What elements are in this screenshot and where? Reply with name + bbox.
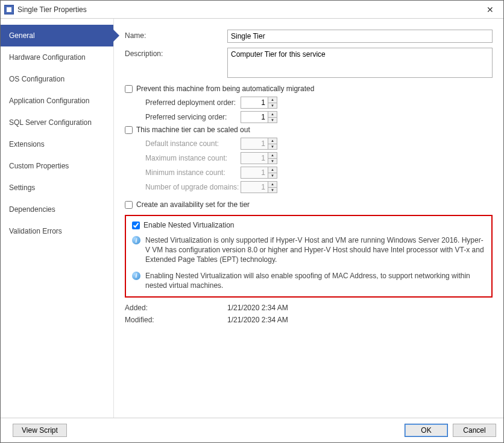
max-instance-label: Maximum instance count: bbox=[145, 154, 241, 162]
prevent-migrate-label: Prevent this machine from being automati… bbox=[136, 84, 314, 93]
min-instance-label: Minimum instance count: bbox=[145, 168, 241, 177]
sidebar-item-label: Hardware Configuration bbox=[9, 53, 86, 62]
preferred-service-label: Preferred servicing order: bbox=[145, 113, 241, 121]
nested-virtualization-highlight: Enable Nested Virtualization i Nested Vi… bbox=[125, 215, 493, 298]
sidebar-item-label: Custom Properties bbox=[9, 162, 69, 170]
spin-up-icon[interactable]: ▲ bbox=[268, 97, 277, 103]
close-button[interactable]: ✕ bbox=[476, 1, 503, 19]
spin-down-icon: ▼ bbox=[268, 159, 277, 164]
upgrade-domains-input bbox=[241, 182, 268, 193]
availability-set-label: Create an availability set for the tier bbox=[136, 200, 250, 209]
sidebar-item-validation-errors[interactable]: Validation Errors bbox=[1, 220, 113, 242]
preferred-service-input[interactable] bbox=[241, 112, 268, 123]
preferred-deploy-input[interactable] bbox=[241, 97, 268, 108]
min-instance-input bbox=[241, 167, 268, 178]
main-panel: Name: Description: Prevent this machine … bbox=[114, 19, 503, 418]
nested-info-1: Nested Virtualization is only supported … bbox=[145, 235, 485, 265]
spin-down-icon: ▼ bbox=[268, 173, 277, 179]
sidebar-item-application-configuration[interactable]: Application Configuration bbox=[1, 90, 113, 112]
sidebar-item-label: SQL Server Configuration bbox=[9, 118, 92, 127]
enable-nested-label: Enable Nested Virtualization bbox=[143, 221, 235, 229]
view-script-button[interactable]: View Script bbox=[13, 424, 67, 437]
modified-value: 1/21/2020 2:34 AM bbox=[227, 316, 288, 324]
name-label: Name: bbox=[125, 30, 227, 40]
sidebar-item-sql-server-configuration[interactable]: SQL Server Configuration bbox=[1, 112, 113, 133]
preferred-deploy-stepper[interactable]: ▲▼ bbox=[241, 97, 277, 109]
spin-up-icon: ▲ bbox=[268, 182, 277, 188]
sidebar-item-label: Extensions bbox=[9, 140, 45, 148]
sidebar-item-label: General bbox=[9, 31, 35, 40]
properties-dialog: Single Tier Properties ✕ General Hardwar… bbox=[0, 0, 504, 443]
sidebar-item-label: OS Configuration bbox=[9, 75, 65, 83]
window-title: Single Tier Properties bbox=[17, 5, 87, 14]
added-label: Added: bbox=[125, 304, 227, 312]
sidebar-item-settings[interactable]: Settings bbox=[1, 177, 113, 199]
sidebar-item-dependencies[interactable]: Dependencies bbox=[1, 199, 113, 220]
prevent-migrate-checkbox[interactable] bbox=[125, 85, 133, 93]
nested-info-2: Enabling Nested Virtualization will also… bbox=[145, 271, 485, 290]
default-instance-stepper: ▲▼ bbox=[241, 138, 277, 150]
scale-out-checkbox[interactable] bbox=[125, 126, 133, 134]
sidebar-item-custom-properties[interactable]: Custom Properties bbox=[1, 155, 113, 177]
upgrade-domains-label: Number of upgrade domains: bbox=[145, 183, 241, 191]
sidebar-item-general[interactable]: General bbox=[1, 25, 113, 46]
modified-label: Modified: bbox=[125, 316, 227, 324]
added-value: 1/21/2020 2:34 AM bbox=[227, 304, 288, 312]
default-instance-input bbox=[241, 138, 268, 149]
max-instance-input bbox=[241, 153, 268, 164]
spin-up-icon: ▲ bbox=[268, 167, 277, 173]
spin-up-icon: ▲ bbox=[268, 153, 277, 159]
name-input[interactable] bbox=[227, 30, 493, 43]
sidebar-item-hardware-configuration[interactable]: Hardware Configuration bbox=[1, 46, 113, 68]
ok-button[interactable]: OK bbox=[405, 424, 448, 437]
close-icon: ✕ bbox=[487, 5, 494, 14]
preferred-deploy-label: Preferred deployment order: bbox=[145, 98, 241, 107]
spin-up-icon[interactable]: ▲ bbox=[268, 112, 277, 118]
sidebar-item-extensions[interactable]: Extensions bbox=[1, 133, 113, 155]
default-instance-label: Default instance count: bbox=[145, 139, 241, 148]
spin-up-icon: ▲ bbox=[268, 138, 277, 144]
availability-set-checkbox[interactable] bbox=[125, 201, 133, 209]
sidebar-item-os-configuration[interactable]: OS Configuration bbox=[1, 68, 113, 90]
info-icon: i bbox=[132, 272, 140, 280]
dialog-footer: View Script OK Cancel bbox=[1, 418, 503, 442]
spin-down-icon[interactable]: ▼ bbox=[268, 103, 277, 109]
sidebar-item-label: Application Configuration bbox=[9, 97, 89, 105]
description-input[interactable] bbox=[227, 48, 493, 78]
sidebar: General Hardware Configuration OS Config… bbox=[1, 19, 114, 418]
spin-down-icon[interactable]: ▼ bbox=[268, 118, 277, 123]
spin-down-icon: ▼ bbox=[268, 144, 277, 150]
spin-down-icon: ▼ bbox=[268, 188, 277, 193]
min-instance-stepper: ▲▼ bbox=[241, 167, 277, 179]
sidebar-item-label: Validation Errors bbox=[9, 227, 62, 235]
enable-nested-checkbox[interactable] bbox=[132, 222, 140, 229]
preferred-service-stepper[interactable]: ▲▼ bbox=[241, 111, 277, 123]
dialog-body: General Hardware Configuration OS Config… bbox=[1, 19, 503, 418]
max-instance-stepper: ▲▼ bbox=[241, 152, 277, 164]
app-icon bbox=[4, 5, 14, 14]
sidebar-item-label: Settings bbox=[9, 183, 35, 192]
cancel-button[interactable]: Cancel bbox=[453, 424, 496, 437]
info-icon: i bbox=[132, 236, 140, 244]
upgrade-domains-stepper: ▲▼ bbox=[241, 181, 277, 193]
description-label: Description: bbox=[125, 48, 227, 58]
titlebar: Single Tier Properties ✕ bbox=[1, 1, 503, 19]
sidebar-item-label: Dependencies bbox=[9, 205, 55, 214]
scale-out-label: This machine tier can be scaled out bbox=[136, 126, 250, 134]
